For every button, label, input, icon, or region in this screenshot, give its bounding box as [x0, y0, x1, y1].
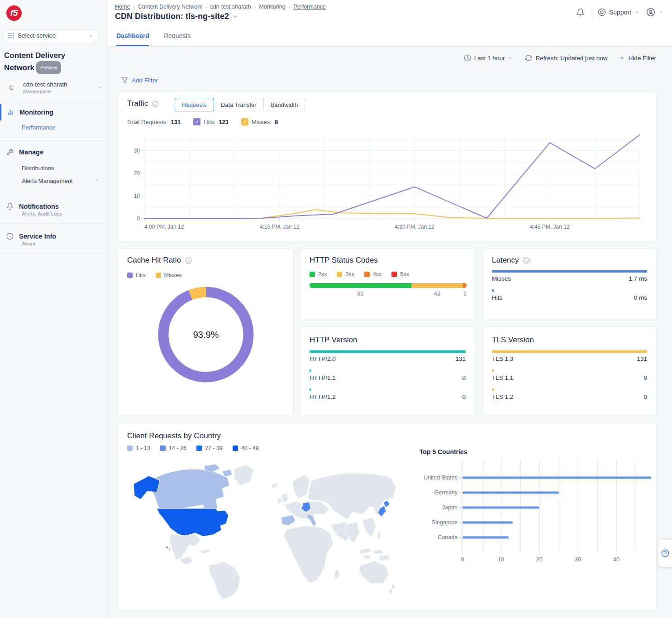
total-requests-stat: Total Requests:131	[127, 119, 181, 125]
country-bar[interactable]	[462, 492, 559, 494]
bar-row-label: TLS 1.1	[492, 374, 513, 381]
sidebar-item-service-info[interactable]: Service Info	[0, 228, 106, 244]
select-service-dropdown[interactable]: Select service	[4, 29, 98, 42]
legend-swatch	[337, 272, 342, 277]
info-icon[interactable]	[523, 257, 530, 264]
tab-requests[interactable]: Requests	[164, 32, 191, 46]
legend-item[interactable]: 5xx	[391, 271, 409, 278]
traffic-tab-requests[interactable]: Requests	[175, 98, 214, 111]
legend-item[interactable]: 27 - 39	[196, 445, 223, 451]
http-version-title: HTTP Version	[310, 335, 357, 345]
legend-swatch	[127, 273, 133, 278]
select-service-label: Select service	[18, 32, 56, 39]
info-icon[interactable]	[152, 101, 159, 107]
legend-item[interactable]: 3xx	[337, 271, 354, 278]
namespace-selector[interactable]: C cdn-test-sharath Namespace	[0, 76, 107, 99]
time-range-selector[interactable]: Last 1 hour	[464, 54, 514, 62]
sidebar-item-performance[interactable]: Performance	[22, 124, 55, 131]
country-bar[interactable]	[462, 522, 513, 524]
svg-text:4:45 PM, Jan 12: 4:45 PM, Jan 12	[530, 224, 570, 230]
traffic-tab-data-transfer[interactable]: Data Transfer	[214, 98, 264, 111]
refresh-button[interactable]: Refresh: Updated just now	[525, 54, 607, 62]
legend-item[interactable]: 40 - 49	[233, 445, 259, 451]
sidebar-item-label: Manage	[19, 149, 43, 156]
top5-countries-bar-chart[interactable]: United StatesGermanyJapanSingaporeCanada…	[419, 460, 655, 568]
tls-version-title: TLS Version	[492, 335, 534, 345]
legend-label: 27 - 39	[205, 445, 223, 451]
chevron-down-icon	[508, 55, 513, 61]
value-bar	[310, 369, 311, 372]
status-values: 85433	[310, 290, 467, 297]
legend-swatch	[364, 272, 370, 277]
legend-label: 2xx	[318, 271, 327, 278]
world-choropleth-map[interactable]	[127, 458, 399, 602]
cache-legend: HitsMisses	[127, 272, 181, 278]
status-legend: 2xx3xx4xx5xx	[310, 271, 409, 278]
legend-label: 14 - 26	[169, 445, 186, 451]
app-root: f5 Select service Content Delivery Netwo…	[0, 0, 672, 618]
legend-item[interactable]: 1 - 13	[127, 445, 150, 451]
breadcrumb-separator: ›	[254, 4, 256, 10]
legend-swatch	[391, 272, 397, 277]
legend-item[interactable]: Misses	[156, 272, 182, 278]
add-filter-button[interactable]: Add Filter	[121, 77, 158, 84]
svg-text:4:00 PM, Jan 12: 4:00 PM, Jan 12	[144, 224, 184, 230]
sidebar: f5 Select service Content Delivery Netwo…	[0, 0, 107, 618]
info-icon[interactable]	[185, 257, 192, 264]
help-button[interactable]	[658, 540, 672, 567]
legend-label: Hits	[136, 272, 146, 278]
preview-badge: Preview	[36, 61, 61, 74]
svg-text:10: 10	[134, 193, 140, 199]
traffic-tab-bandwidth[interactable]: Bandwidth	[263, 98, 305, 111]
breadcrumb-item[interactable]: cdn-test-sharath	[210, 4, 251, 10]
legend-item[interactable]: Hits	[127, 272, 146, 278]
account-menu[interactable]	[646, 8, 664, 17]
bar-row: TLS 1.20	[492, 388, 647, 400]
breadcrumb-item[interactable]: Home	[115, 4, 130, 10]
cache-hit-percentage: 93.9%	[158, 287, 254, 383]
sidebar-item-label: Monitoring	[19, 109, 53, 116]
legend-item[interactable]: 14 - 26	[160, 445, 186, 451]
sidebar-item-distributions[interactable]: Distributions	[22, 165, 54, 172]
legend-item[interactable]: 4xx	[364, 271, 381, 278]
sidebar-item-monitoring[interactable]: Monitoring	[0, 104, 106, 120]
cache-donut-chart[interactable]: 93.9%	[158, 287, 254, 383]
breadcrumb-item[interactable]: Content Delivery Network	[138, 4, 202, 10]
bell-icon[interactable]	[576, 8, 585, 17]
clock-icon	[464, 54, 471, 62]
legend-item[interactable]: 2xx	[310, 271, 327, 278]
tls-version-card: TLS Version TLS 1.3131TLS 1.10TLS 1.20	[482, 326, 657, 416]
latency-title: Latency	[492, 256, 530, 265]
traffic-line-chart[interactable]: 01020304:00 PM, Jan 124:15 PM, Jan 124:3…	[126, 130, 648, 235]
product-title: Content Delivery NetworkPreview	[4, 50, 104, 74]
sidebar-item-alerts-management[interactable]: Alerts Management	[22, 177, 100, 184]
bar-row: Hits0 ms	[492, 289, 647, 301]
support-menu[interactable]: Support	[598, 8, 640, 16]
sidebar-item-manage[interactable]: Manage	[0, 144, 106, 160]
gridline	[539, 460, 540, 554]
bar-row-label: HTTP/1.1	[310, 374, 336, 381]
chevron-down-icon[interactable]	[233, 14, 238, 19]
bar-row-value: 0	[462, 374, 466, 381]
status-segment-value: 3	[463, 290, 467, 297]
value-bar	[492, 369, 494, 372]
tab-dashboard[interactable]: Dashboard	[116, 32, 149, 46]
gridline	[597, 460, 598, 554]
client-requests-by-country-card: Client Requests by Country 1 - 1314 - 26…	[118, 423, 657, 610]
breadcrumb-item[interactable]: Performance	[293, 4, 326, 10]
breadcrumb-item[interactable]: Monitoring	[259, 4, 285, 10]
latency-bars: Misses1.7 msHits0 ms	[492, 270, 647, 308]
f5-logo-icon[interactable]: f5	[6, 5, 22, 21]
traffic-title: Traffic	[127, 99, 159, 108]
hide-filter-toggle[interactable]: Hide Filter	[619, 55, 656, 62]
bar-chart-icon	[6, 109, 14, 116]
axis-tick-label: 20	[536, 556, 543, 563]
status-stacked-bar[interactable]	[310, 283, 467, 288]
axis-tick	[459, 493, 462, 493]
country-bar[interactable]	[462, 507, 539, 509]
hits-checkbox[interactable]: ✓ Hits:123	[193, 118, 229, 125]
country-bar[interactable]	[462, 477, 651, 479]
breadcrumb-separator: ›	[133, 4, 135, 10]
country-bar[interactable]	[462, 537, 509, 539]
misses-checkbox[interactable]: ✓ Misses:8	[241, 118, 278, 125]
